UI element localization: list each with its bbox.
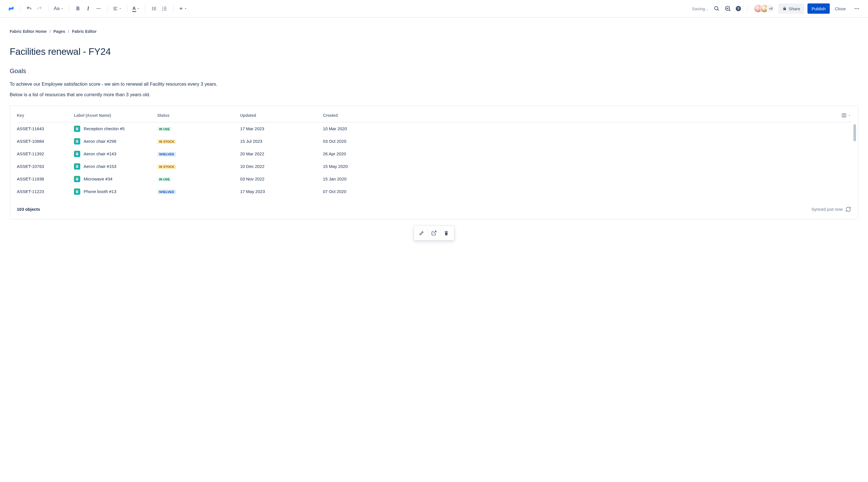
toolbar-separator — [20, 5, 20, 12]
svg-text:3: 3 — [162, 9, 163, 11]
edit-card-button[interactable] — [416, 227, 428, 236]
breadcrumb-item[interactable]: Pages — [53, 29, 65, 34]
avatar-overflow[interactable]: +3 — [766, 4, 775, 13]
cell-key: ASSET-11643 — [17, 126, 74, 131]
scrollbar[interactable] — [854, 124, 856, 141]
toolbar-separator — [69, 5, 69, 12]
redo-button[interactable] — [35, 4, 44, 13]
text-styles-label: Aa — [54, 6, 60, 11]
publish-label: Publish — [811, 6, 826, 11]
cell-status: SHELVED — [157, 189, 240, 194]
delete-card-button[interactable] — [440, 227, 452, 236]
share-button[interactable]: Share — [778, 3, 804, 14]
text-color-dropdown[interactable]: A — [131, 4, 141, 13]
cell-label: Phone booth #13 — [74, 188, 157, 195]
cell-created: 10 Mar 2020 — [323, 126, 851, 131]
svg-point-8 — [152, 9, 153, 10]
table-row[interactable]: ASSET-10763Aeron chair #153IN STOCK10 De… — [17, 160, 851, 173]
svg-point-46 — [77, 179, 78, 180]
svg-rect-41 — [76, 165, 78, 168]
italic-button[interactable]: I — [83, 4, 93, 13]
open-link-button[interactable] — [428, 227, 440, 236]
status-badge: IN USE — [157, 127, 172, 131]
cell-created: 15 May 2020 — [323, 164, 851, 169]
breadcrumb-item[interactable]: Fabric Editor — [72, 29, 96, 34]
cell-label: Reception checkin #5 — [74, 126, 157, 132]
numbered-list-button[interactable]: 123 — [160, 4, 169, 13]
cell-updated: 10 Dec 2022 — [240, 164, 323, 169]
table-row[interactable]: ASSET-11392Aeron chair #143SHELVED20 Mar… — [17, 148, 851, 160]
paragraph[interactable]: Below is a list of resources that are cu… — [10, 91, 858, 98]
ellipsis-icon — [96, 6, 101, 11]
column-header-label[interactable]: Label (Asset Name) — [74, 113, 157, 118]
cell-key: ASSET-11938 — [17, 177, 74, 181]
paragraph[interactable]: To achieve our Employee satisfaction sco… — [10, 81, 858, 88]
asset-icon — [74, 163, 80, 170]
column-header-key[interactable]: Key — [17, 113, 74, 118]
undo-button[interactable] — [24, 4, 34, 13]
column-header-updated[interactable]: Updated — [240, 113, 323, 118]
assets-smartlink-card[interactable]: Key Label (Asset Name) Status Updated Cr… — [10, 106, 858, 219]
svg-point-7 — [152, 8, 153, 9]
column-header-created[interactable]: Created — [323, 113, 840, 118]
svg-rect-9 — [154, 7, 156, 8]
cell-key: ASSET-10984 — [17, 139, 74, 144]
chevron-down-icon — [184, 7, 187, 10]
status-badge: IN STOCK — [157, 164, 176, 169]
cell-created: 15 Jan 2020 — [323, 177, 851, 181]
chevron-down-icon — [848, 114, 851, 117]
table-body: ASSET-11643Reception checkin #5IN USE17 … — [17, 122, 851, 198]
close-button[interactable]: Close — [831, 3, 850, 14]
table-header: Key Label (Asset Name) Status Updated Cr… — [17, 106, 851, 122]
svg-rect-48 — [76, 191, 78, 191]
svg-rect-33 — [76, 128, 78, 129]
svg-rect-38 — [76, 152, 78, 155]
table-row[interactable]: ASSET-11938Microwave #34IN USE03 Nov 202… — [17, 173, 851, 185]
table-row[interactable]: ASSET-11223Phone booth #13SHELVED17 May … — [17, 185, 851, 198]
asset-name: Aeron chair #143 — [84, 151, 116, 156]
table-row[interactable]: ASSET-10984Aeron chair #298IN STOCK15 Ju… — [17, 135, 851, 148]
svg-rect-47 — [76, 190, 78, 193]
svg-point-1 — [98, 8, 99, 9]
page-title[interactable]: Facilities renewal - FY24 — [10, 46, 858, 57]
card-footer: 103 objects Synced just now — [10, 198, 858, 219]
svg-rect-36 — [76, 141, 78, 141]
help-button[interactable]: ? — [734, 4, 743, 13]
saving-status: Saving... — [692, 6, 708, 11]
bullet-list-button[interactable] — [149, 4, 159, 13]
status-badge: SHELVED — [157, 190, 176, 194]
insert-dropdown[interactable] — [178, 4, 188, 13]
asset-name: Microwave #34 — [84, 177, 113, 181]
bold-button[interactable]: B — [73, 4, 83, 13]
status-badge: SHELVED — [157, 152, 176, 156]
help-icon: ? — [735, 5, 742, 12]
more-actions-button[interactable] — [852, 4, 862, 13]
alignment-dropdown[interactable] — [112, 4, 123, 13]
breadcrumb-separator: / — [68, 29, 69, 34]
collaborators[interactable]: +3 — [754, 4, 775, 13]
find-button[interactable] — [712, 4, 721, 13]
object-count: 103 objects — [17, 207, 40, 212]
status-badge: IN STOCK — [157, 139, 176, 144]
column-settings-button[interactable] — [840, 113, 851, 118]
app-logo[interactable] — [6, 4, 16, 13]
svg-point-37 — [77, 142, 78, 142]
breadcrumb-item[interactable]: Fabric Editor Home — [10, 29, 46, 34]
cell-updated: 17 Mar 2023 — [240, 126, 323, 131]
chevron-down-icon — [119, 7, 122, 10]
more-formatting-button[interactable] — [94, 4, 103, 13]
table-row[interactable]: ASSET-11643Reception checkin #5IN USE17 … — [17, 122, 851, 135]
svg-point-34 — [77, 129, 78, 130]
svg-rect-29 — [842, 114, 846, 117]
comment-icon — [724, 5, 731, 12]
cell-key: ASSET-11223 — [17, 189, 74, 194]
publish-button[interactable]: Publish — [807, 3, 830, 14]
cell-label: Aeron chair #143 — [74, 151, 157, 157]
sync-icon[interactable] — [845, 206, 851, 212]
text-styles-dropdown[interactable]: Aa — [53, 4, 65, 13]
comments-button[interactable] — [723, 4, 733, 13]
section-heading[interactable]: Goals — [10, 67, 858, 75]
cell-label: Aeron chair #153 — [74, 163, 157, 170]
cell-updated: 03 Nov 2022 — [240, 177, 323, 181]
column-header-status[interactable]: Status — [157, 113, 240, 118]
